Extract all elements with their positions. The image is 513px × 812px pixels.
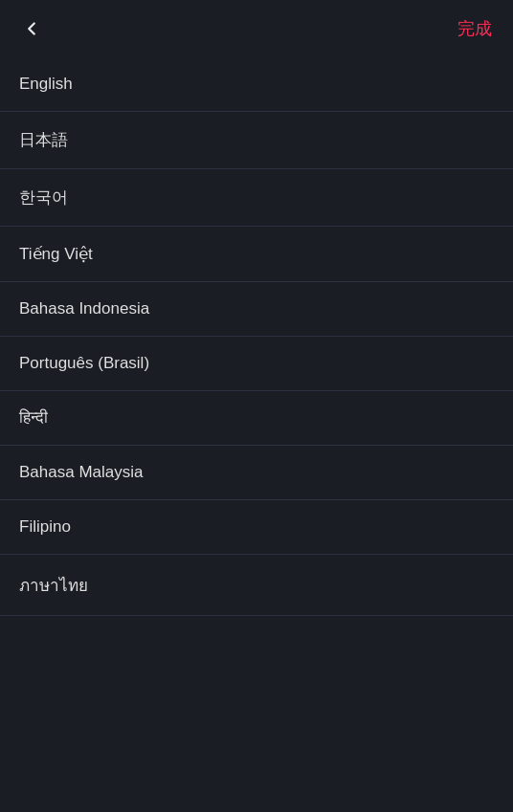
back-icon [21,18,42,39]
language-item-vietnamese[interactable]: Tiếng Việt [0,227,513,282]
language-item-hindi[interactable]: हिन्दी [0,391,513,446]
back-button[interactable] [17,14,46,43]
language-item-english[interactable]: English [0,57,513,112]
language-item-thai[interactable]: ภาษาไทย [0,555,513,616]
language-item-japanese[interactable]: 日本語 [0,112,513,169]
language-item-korean[interactable]: 한국어 [0,169,513,227]
language-list: English日本語한국어Tiếng ViệtBahasa IndonesiaP… [0,57,513,616]
language-item-filipino[interactable]: Filipino [0,500,513,555]
language-item-portuguese_brazil[interactable]: Português (Brasil) [0,337,513,391]
header: 完成 [0,0,513,57]
done-button[interactable]: 完成 [454,13,496,44]
language-item-indonesian[interactable]: Bahasa Indonesia [0,282,513,337]
language-item-malay[interactable]: Bahasa Malaysia [0,446,513,500]
